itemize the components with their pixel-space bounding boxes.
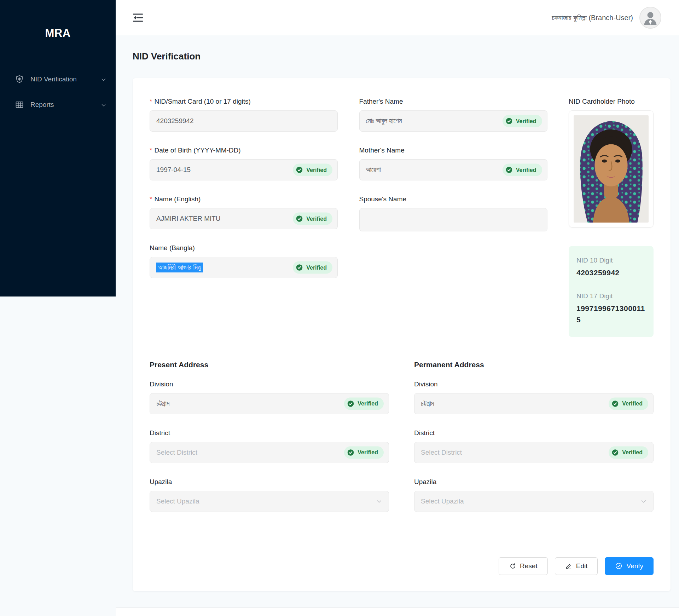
reset-button[interactable]: Reset <box>499 557 548 575</box>
mother-value: আয়েশা <box>366 166 381 174</box>
dob-label: Date of Birth (YYYY-MM-DD) <box>154 146 240 154</box>
mother-input[interactable]: আয়েশা Verified <box>359 159 547 180</box>
verified-badge: Verified <box>344 446 384 459</box>
father-field-group: Father's Name মোঃ আবুল হাশেম Verified <box>359 98 547 132</box>
nid17-value: 19971996713000115 <box>576 303 646 326</box>
name-bangla-value-selected: আজমিরী আক্তার মিতু <box>156 263 203 272</box>
chevron-down-icon <box>376 498 382 505</box>
father-input[interactable]: মোঃ আবুল হাশেম Verified <box>359 110 547 132</box>
check-circle-icon <box>505 117 513 125</box>
dob-field-group: *Date of Birth (YYYY-MM-DD) 1997-04-15 V… <box>150 146 338 180</box>
permanent-district-group: District Select District Verified <box>414 429 654 463</box>
verified-badge: Verified <box>503 115 542 127</box>
name-english-input[interactable]: AJMIRI AKTER MITU Verified <box>150 208 338 229</box>
check-circle-outline-icon <box>615 562 622 570</box>
check-circle-icon <box>296 215 303 223</box>
footer: powered by celloscope <box>116 608 679 616</box>
main-area: চকবাজার কুমিল্লা (Branch-User) NID Verif… <box>116 0 679 616</box>
permanent-upazila-group: Upazila Select Upazila <box>414 478 654 512</box>
mother-label: Mother's Name <box>359 146 547 154</box>
nid10-label: NID 10 Digit <box>576 257 646 264</box>
upazila-placeholder: Select Upazila <box>156 497 199 505</box>
father-label: Father's Name <box>359 98 547 105</box>
sidebar-item-label: Reports <box>30 101 101 109</box>
name-english-value: AJMIRI AKTER MITU <box>156 215 221 223</box>
verify-button[interactable]: Verify <box>605 557 654 575</box>
district-label: District <box>414 429 654 437</box>
verified-badge: Verified <box>344 397 384 410</box>
nid-field-group: *NID/Smart Card (10 or 17 digits) 420325… <box>150 98 338 132</box>
nid-input[interactable]: 4203259942 <box>150 110 338 132</box>
app-logo: MRA <box>0 0 116 40</box>
verified-badge: Verified <box>609 397 648 410</box>
shield-id-icon <box>15 75 24 84</box>
nid-form-card: *NID/Smart Card (10 or 17 digits) 420325… <box>133 78 671 591</box>
check-circle-icon <box>505 166 513 174</box>
required-mark: * <box>150 195 152 203</box>
verified-badge: Verified <box>503 164 542 176</box>
name-english-field-group: *Name (English) AJMIRI AKTER MITU Verifi… <box>150 195 338 229</box>
permanent-address-section: Permanent Address Division চট্টগ্রাম Ver… <box>414 361 654 527</box>
district-placeholder: Select District <box>421 449 462 456</box>
topbar-user[interactable]: চকবাজার কুমিল্লা (Branch-User) <box>552 7 661 29</box>
verified-badge: Verified <box>293 261 332 274</box>
sidebar-item-label: NID Verification <box>30 75 101 83</box>
dob-value: 1997-04-15 <box>156 166 191 174</box>
spouse-input[interactable] <box>359 208 547 231</box>
check-circle-icon <box>347 449 354 456</box>
permanent-district-select[interactable]: Select District Verified <box>414 442 654 463</box>
name-bangla-field-group: Name (Bangla) আজমিরী আক্তার মিতু Verifie… <box>150 244 338 278</box>
sidebar-item-nid-verification[interactable]: NID Verification <box>0 70 116 88</box>
nid-cardholder-photo <box>569 110 654 228</box>
required-mark: * <box>150 146 152 154</box>
page-title: NID Verification <box>133 51 671 62</box>
nid10-value: 4203259942 <box>576 267 646 279</box>
sidebar-item-reports[interactable]: Reports <box>0 96 116 114</box>
nid-label: NID/Smart Card (10 or 17 digits) <box>154 98 250 105</box>
content: NID Verification *NID/Smart Card (10 or … <box>116 35 679 591</box>
spouse-label: Spouse's Name <box>359 195 547 203</box>
nid17-label: NID 17 Digit <box>576 292 646 300</box>
chevron-down-icon <box>640 498 647 505</box>
name-english-label: Name (English) <box>154 195 201 203</box>
present-district-select[interactable]: Select District Verified <box>150 442 389 463</box>
present-division-input[interactable]: চট্টগ্রাম Verified <box>150 393 389 414</box>
check-circle-icon <box>611 400 619 407</box>
menu-fold-icon[interactable] <box>132 12 144 24</box>
name-bangla-label: Name (Bangla) <box>150 244 195 252</box>
portrait-image <box>574 115 649 223</box>
sidebar: MRA NID Verification <box>0 0 116 616</box>
user-avatar[interactable] <box>639 7 661 29</box>
verified-badge: Verified <box>609 446 648 459</box>
form-col-middle: Father's Name মোঃ আবুল হাশেম Verified Mo… <box>359 98 547 337</box>
upazila-label: Upazila <box>150 478 389 486</box>
required-mark: * <box>150 98 152 105</box>
name-bangla-input[interactable]: আজমিরী আক্তার মিতু Verified <box>150 257 338 278</box>
nid-summary-box: NID 10 Digit 4203259942 NID 17 Digit 199… <box>569 246 654 337</box>
mother-field-group: Mother's Name আয়েশা Verified <box>359 146 547 180</box>
dob-input[interactable]: 1997-04-15 Verified <box>150 159 338 180</box>
form-col-left: *NID/Smart Card (10 or 17 digits) 420325… <box>150 98 338 337</box>
check-circle-icon <box>611 449 619 456</box>
permanent-division-input[interactable]: চট্টগ্রাম Verified <box>414 393 654 414</box>
permanent-upazila-select[interactable]: Select Upazila <box>414 491 654 512</box>
photo-label: NID Cardholder Photo <box>569 98 654 105</box>
present-district-group: District Select District Verified <box>150 429 389 463</box>
check-circle-icon <box>296 264 303 271</box>
permanent-division-group: Division চট্টগ্রাম Verified <box>414 380 654 414</box>
present-address-heading: Present Address <box>150 361 389 369</box>
district-label: District <box>150 429 389 437</box>
spouse-field-group: Spouse's Name <box>359 195 547 231</box>
check-circle-icon <box>347 400 354 407</box>
topbar: চকবাজার কুমিল্লা (Branch-User) <box>116 0 679 35</box>
present-upazila-group: Upazila Select Upazila <box>150 478 389 512</box>
verified-badge: Verified <box>293 213 332 225</box>
present-upazila-select[interactable]: Select Upazila <box>150 491 389 512</box>
edit-icon <box>565 563 572 570</box>
present-division-group: Division চট্টগ্রাম Verified <box>150 380 389 414</box>
upazila-label: Upazila <box>414 478 654 486</box>
reset-icon <box>509 563 516 570</box>
form-actions: Reset Edit Verify <box>150 557 654 575</box>
father-value: মোঃ আবুল হাশেম <box>366 117 402 125</box>
edit-button[interactable]: Edit <box>555 557 598 575</box>
